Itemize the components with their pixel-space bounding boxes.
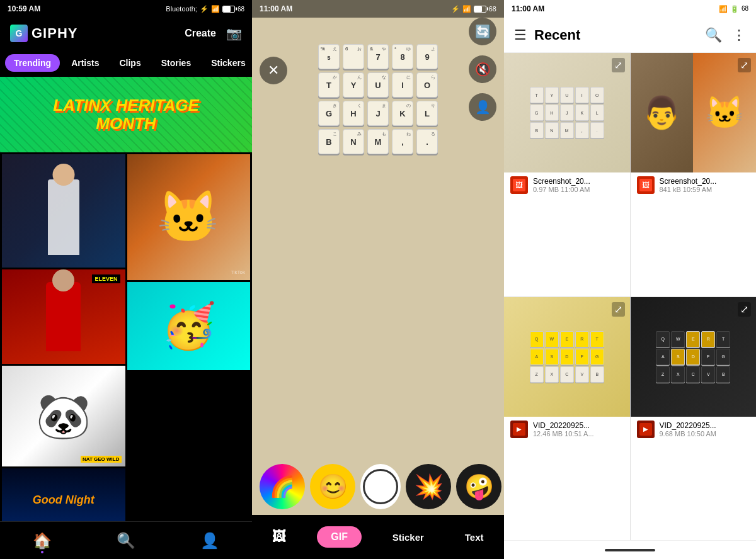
camera-status-time: 11:00 AM (260, 4, 292, 13)
key-period: る . (416, 129, 438, 154)
sticker-crazy[interactable]: 🤪 (456, 464, 501, 509)
bottom-nav-profile[interactable]: 👤 (200, 532, 219, 550)
battery-icon (474, 6, 486, 13)
gif-item-cat[interactable]: 🐱 TikTok (127, 154, 251, 280)
nav-tab-stories[interactable]: Stories (152, 54, 200, 72)
file-thumb-2: 👨 🐱 ⤢ (631, 53, 757, 172)
file-thumb-keyboard: T Y U I O G H J K L B N M , . (504, 53, 630, 172)
key-comma: ね , (392, 129, 413, 154)
sticker-explosion[interactable]: 💥 (406, 464, 451, 509)
giphy-bottom-nav: 🏠 🔍 👤 (0, 521, 252, 559)
key-percent: % え 5 (318, 44, 340, 69)
file-item-2[interactable]: 👨 🐱 ⤢ 🖼 Screenshot_20... 841 kB 10:59 A (631, 53, 757, 296)
bluetooth-icon: Bluetooth; (166, 5, 197, 13)
battery-icon: 🔋 (730, 5, 739, 13)
banner: LATINX HERITAGEMONTH (0, 77, 252, 152)
file-info-1: Screenshot_20... 0.97 MB 11:00 AM (533, 177, 624, 193)
nav-tab-trending[interactable]: Trending (5, 54, 60, 72)
mini-key-grid-yellow: Q W E R T A S D F G Z X C V B (530, 331, 604, 383)
nav-tab-stickers[interactable]: Stickers (202, 54, 252, 72)
nav-tab-clips[interactable]: Clips (110, 54, 149, 72)
gif-item-panda[interactable]: 🐼 NAT GEO WILD (2, 366, 125, 466)
file-name-1: Screenshot_20... (533, 177, 621, 186)
camera-panel: 11:00 AM ⚡ 📶 68 % え 5 6 お (252, 0, 504, 559)
camera-controls: 🔄 🔇 👤 (469, 18, 496, 121)
key-asterisk: * ゆ 8 (392, 44, 413, 69)
more-options-icon[interactable]: ⋮ (732, 27, 746, 43)
shutter-button[interactable] (360, 464, 401, 509)
gif-label: GIF (331, 531, 348, 543)
face-filter-button[interactable]: 👤 (469, 93, 496, 121)
file-thumb-1: T Y U I O G H J K L B N M , . (504, 53, 630, 172)
gif-item-soccer[interactable]: ELEVEN (2, 269, 125, 364)
file-meta-3: ▶ VID_20220925... 12.46 MB 10:51 A... (504, 417, 630, 442)
giphy-nav: Trending Artists Clips Stories Stickers (0, 49, 252, 77)
video-icon-4: ▶ (643, 426, 648, 432)
file-item-4[interactable]: Q W E R T A S D F G Z X C V B (631, 297, 757, 541)
expand-icon: ⤢ (612, 58, 625, 72)
search-icon[interactable]: 🔍 (705, 27, 722, 43)
file-item-3[interactable]: Q W E R T A S D F G Z X C V B (504, 297, 630, 541)
gallery-tab[interactable]: 🖼 (262, 524, 296, 550)
giphy-status-icons: Bluetooth; ⚡ 📶 68 (166, 5, 244, 13)
tiktok-watermark: TikTok (231, 269, 245, 275)
files-title: Recent (534, 27, 580, 43)
signal-icon: 📶 (719, 5, 728, 13)
eleven-badge: ELEVEN (92, 274, 120, 283)
file-thumb-person: 👨 (631, 53, 694, 172)
flip-camera-button[interactable]: 🔄 (469, 18, 496, 45)
create-button[interactable]: Create (185, 28, 216, 39)
camera-icon[interactable]: 📷 (226, 26, 242, 41)
mute-button[interactable]: 🔇 (469, 55, 496, 83)
expand-icon-4: ⤢ (738, 302, 751, 317)
shutter-inner (363, 469, 398, 504)
file-size-time-2: 841 kB 10:59 AM (660, 186, 750, 193)
image-icon-2: 🖼 (642, 181, 650, 189)
face-icon: 👤 (475, 99, 491, 115)
key-Y: ん Y (343, 72, 364, 98)
bottom-nav-home[interactable]: 🏠 (33, 532, 52, 550)
video-icon-3: ▶ (517, 426, 522, 432)
giphy-status-time: 10:59 AM (8, 4, 40, 13)
file-type-icon-2: 🖼 (637, 176, 655, 194)
giphy-header-right: Create 📷 (185, 26, 242, 41)
text-tab[interactable]: Text (455, 527, 494, 548)
sticker-rainbow[interactable]: 🌈 (260, 464, 305, 509)
expand-icon-3: ⤢ (612, 302, 625, 317)
camera-status-icons: ⚡ 📶 68 (451, 5, 496, 13)
image-icon: 🖼 (515, 181, 523, 189)
bluetooth-icon: ⚡ (451, 5, 460, 13)
file-thumb-3: Q W E R T A S D F G Z X C V B (504, 297, 630, 417)
close-icon: ✕ (268, 62, 279, 79)
nav-tab-artists[interactable]: Artists (62, 54, 108, 72)
file-type-icon-1: 🖼 (510, 176, 528, 194)
gif-item-person[interactable] (2, 154, 125, 268)
gif-col-left: ELEVEN 🐼 NAT GEO WILD Good Night (2, 154, 125, 521)
gif-item-sticker[interactable]: 🥳 (127, 282, 251, 370)
file-info-3: VID_20220925... 12.46 MB 10:51 A... (533, 421, 624, 438)
gif-item-goodnight[interactable]: Good Night (2, 468, 125, 521)
key-L: り L (416, 101, 438, 126)
banner-text: LATINX HERITAGEMONTH (53, 96, 199, 132)
files-grid: T Y U I O G H J K L B N M , . (504, 53, 756, 540)
menu-icon[interactable]: ☰ (514, 27, 527, 43)
sticker-smiley[interactable]: 😊 (310, 464, 355, 509)
file-item-1[interactable]: T Y U I O G H J K L B N M , . (504, 53, 630, 296)
camera-close-button[interactable]: ✕ (260, 57, 287, 84)
good-night-text: Good Night (33, 494, 94, 507)
file-thumb-4: Q W E R T A S D F G Z X C V B (631, 297, 757, 417)
text-label: Text (465, 532, 484, 543)
camera-bottom-tabs: 🖼 GIF Sticker Text (252, 515, 504, 559)
key-T: か T (318, 72, 340, 98)
gallery-icon: 🖼 (272, 529, 286, 545)
bottom-nav-search[interactable]: 🔍 (117, 532, 135, 550)
gif-grid: ELEVEN 🐼 NAT GEO WILD Good Night (0, 152, 252, 521)
file-name-2: Screenshot_20... (660, 177, 748, 186)
files-bottom (504, 540, 756, 559)
key-amp: & や 7 (367, 44, 389, 69)
gif-tab[interactable]: GIF (317, 526, 362, 548)
key-6: 6 お (343, 44, 364, 69)
sticker-tab[interactable]: Sticker (382, 527, 434, 548)
files-header: ☰ Recent 🔍 ⋮ (504, 18, 756, 53)
explosion-emoji: 💥 (414, 473, 444, 500)
